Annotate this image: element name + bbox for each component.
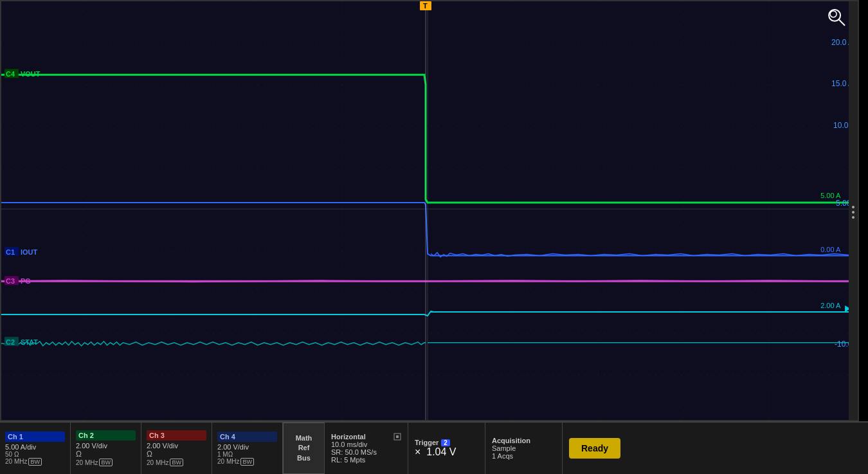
svg-text:PG: PG (21, 277, 31, 285)
ch4-header: Ch 4 (217, 432, 277, 442)
acquisition-title: Acquisition (492, 437, 556, 444)
menu-dot-1 (852, 206, 854, 208)
svg-text:IOUT: IOUT (21, 248, 37, 256)
horizontal-indicator-icon (393, 433, 401, 441)
ch3-omega: Ω (147, 450, 206, 459)
horizontal-title: Horizontal (331, 433, 401, 441)
math-ref-bus-button[interactable]: Math Ref Bus (283, 423, 325, 474)
right-panel[interactable] (849, 1, 858, 421)
ch3-scale: 2.00 V/div (147, 442, 206, 450)
svg-text:C4: C4 (6, 70, 15, 78)
ch2-bw: 20 MHz BW (76, 459, 136, 466)
acquisition-mode: Sample (492, 444, 556, 452)
scope-display: 20.0 A 15.0 A 10.0 A 5.00 A -10.0 A C4 V… (0, 0, 859, 421)
svg-text:0.00 A: 0.00 A (820, 246, 841, 253)
svg-text:VOUT: VOUT (21, 70, 41, 78)
trigger-channel-badge: 2 (441, 439, 450, 446)
ch2-scale: 2.00 V/div (76, 442, 136, 450)
bottom-bar: Ch 1 5.00 A/div 50 Ω 20 MHz BW Ch 2 2.00… (0, 421, 868, 474)
horizontal-time-div: 10.0 ms/div (331, 441, 401, 448)
svg-rect-49 (396, 435, 399, 438)
ch1-info[interactable]: Ch 1 5.00 A/div 50 Ω 20 MHz BW (0, 423, 71, 474)
menu-dot-3 (852, 216, 854, 219)
acquisition-count: 1 Acqs (492, 452, 556, 460)
ch2-omega: Ω (76, 450, 136, 459)
horizontal-sample-rate: SR: 50.0 MS/s (331, 448, 401, 456)
acquisition-block[interactable]: Acquisition Sample 1 Acqs (485, 423, 563, 474)
svg-text:C2: C2 (6, 338, 15, 346)
horizontal-record-length: RL: 5 Mpts (331, 456, 401, 464)
ch4-scale: 2.00 V/div (217, 443, 277, 451)
ch3-header: Ch 3 (147, 430, 206, 441)
menu-dot-2 (852, 211, 854, 214)
ch4-info[interactable]: Ch 4 2.00 V/div 1 MΩ 20 MHz BW (212, 423, 283, 474)
svg-text:C3: C3 (6, 277, 15, 285)
svg-text:5.00 A: 5.00 A (820, 192, 841, 199)
ch1-bw: 20 MHz BW (5, 458, 65, 466)
ch1-header: Ch 1 (5, 432, 65, 442)
ch2-info[interactable]: Ch 2 2.00 V/div Ω 20 MHz BW (71, 423, 141, 474)
horizontal-block[interactable]: Horizontal 10.0 ms/div SR: 50.0 MS/s RL:… (325, 423, 408, 474)
ch3-info[interactable]: Ch 3 2.00 V/div Ω 20 MHz BW (141, 423, 212, 474)
trigger-type: × 1.04 V (415, 446, 478, 458)
trigger-title: Trigger 2 (415, 439, 478, 446)
svg-text:C1: C1 (6, 248, 15, 256)
ch4-impedance: 1 MΩ (217, 451, 277, 458)
svg-text:2.00 A: 2.00 A (820, 302, 841, 309)
ch1-impedance: 50 Ω (5, 451, 65, 458)
ready-button[interactable]: Ready (569, 438, 620, 459)
ch3-bw: 20 MHz BW (147, 459, 206, 466)
trigger-block[interactable]: Trigger 2 × 1.04 V (408, 423, 485, 474)
svg-text:STAT: STAT (21, 338, 38, 346)
svg-text:T: T (423, 2, 428, 10)
waveform-svg: 20.0 A 15.0 A 10.0 A 5.00 A -10.0 A C4 V… (1, 1, 858, 420)
svg-rect-0 (1, 1, 858, 420)
ch4-bw: 20 MHz BW (217, 458, 277, 466)
ch1-scale: 5.00 A/div (5, 443, 65, 451)
ch2-header: Ch 2 (76, 430, 136, 441)
